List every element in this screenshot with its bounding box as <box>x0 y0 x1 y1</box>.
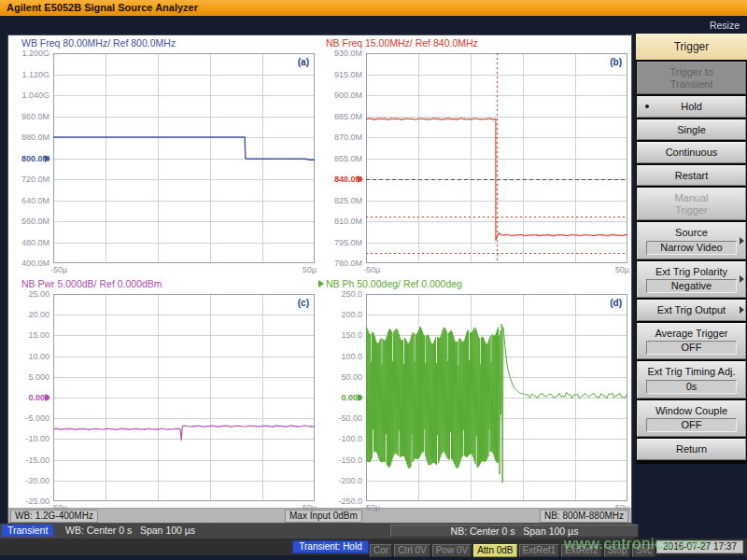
y-tick-label: 15.00 <box>3 330 49 340</box>
submenu-arrow-icon <box>740 237 744 245</box>
y-tick-label: 825.0M <box>316 196 362 205</box>
softkey-source[interactable]: SourceNarrow Video <box>637 222 746 259</box>
plot-grid-a <box>53 53 315 263</box>
x-axis-label-right: 50µ <box>283 503 317 512</box>
softkey-return[interactable]: Return <box>637 439 746 460</box>
window-title: Agilent E5052B Signal Source Analyzer <box>7 2 198 13</box>
y-tick-label: 885.0M <box>316 112 362 121</box>
active-trace-marker-icon <box>318 280 324 287</box>
softkey-ext-trig-polarity[interactable]: Ext Trig PolarityNegative <box>637 261 746 299</box>
y-tick-label: -50.00 <box>316 413 362 423</box>
y-tick-label: 795.0M <box>316 238 362 247</box>
softkey-label: Trigger to <box>640 66 743 78</box>
y-tick-label: 1.120G <box>3 70 49 79</box>
y-tick-label: -100.0 <box>316 434 362 443</box>
ref-marker-icon <box>358 394 363 401</box>
range-status-bar: WB: 1.2G-400MHz Max Input 0dBm NB: 800M-… <box>8 508 631 523</box>
x-axis-label-right: 50µ <box>596 265 629 274</box>
softkey-label: Trigger <box>640 204 743 217</box>
y-tick-label: 400.0M <box>3 259 49 268</box>
status-indicators: CorCtrl 0VPow 0VAttn 0dBExtRef1ExtRef2St… <box>370 540 657 557</box>
transient-mode-badge: Transient <box>2 525 53 537</box>
y-tick-label: -150.0 <box>316 455 362 465</box>
window-titlebar: Agilent E5052B Signal Source Analyzer <box>0 0 747 16</box>
plot-title-text: NB Pwr 5.000dB/ Ref 0.000dBm <box>21 278 162 289</box>
ref-level-label: 800.0M <box>3 154 49 163</box>
plot-title-text: WB Freq 80.00MHz/ Ref 800.0MHz <box>21 37 176 49</box>
y-tick-label: 1.200G <box>3 49 49 58</box>
x-axis-label-left: -50µ <box>363 503 380 512</box>
y-tick-label: 560.0M <box>3 217 49 226</box>
submenu-arrow-icon <box>740 275 744 283</box>
x-axis-label-right: 50µ <box>283 265 317 274</box>
plot-title-b: NB Freq 15.00MHz/ Ref 840.0MHz <box>326 37 478 49</box>
softkey-value: Negative <box>646 279 737 293</box>
softkey-label: Hold <box>640 101 743 113</box>
softkey-hold[interactable]: Hold <box>637 96 746 118</box>
softkey-continuous[interactable]: Continuous <box>637 142 746 163</box>
softkey-label: Ext Trig Timing Adj. <box>640 366 743 378</box>
softkey-value: OFF <box>646 341 737 355</box>
plot-title-text: NB Ph 50.00deg/ Ref 0.000deg <box>326 278 462 289</box>
softkey-ext-trig-output[interactable]: Ext Trig Output <box>637 300 746 321</box>
x-axis-label-right: 50µ <box>596 503 629 512</box>
y-tick-label: 870.0M <box>316 133 362 142</box>
y-tick-label: 780.0M <box>316 259 362 268</box>
y-tick-label: 5.000 <box>3 372 49 382</box>
y-tick-label: -250.0 <box>316 497 362 506</box>
plot-grid-d <box>366 294 627 501</box>
y-tick-label: -25.00 <box>3 497 49 506</box>
ref-level-label: 0.000 <box>3 393 49 402</box>
y-tick-label: 720.0M <box>3 175 49 184</box>
measurement-panel: WB: 1.2G-400MHz Max Input 0dBm NB: 800M-… <box>7 35 632 524</box>
softkey-items: Trigger toTransientHoldSingleContinuousR… <box>636 62 747 460</box>
plot-title-text: NB Freq 15.00MHz/ Ref 840.0MHz <box>326 37 478 49</box>
softkey-restart[interactable]: Restart <box>637 165 746 187</box>
y-tick-label: 810.0M <box>316 217 362 226</box>
y-tick-label: -200.0 <box>316 476 362 485</box>
ref-level-label: 840.0M <box>316 175 362 184</box>
indicator-attn-0db: Attn 0dB <box>473 544 516 557</box>
softkey-ext-trig-timing-adj[interactable]: Ext Trig Timing Adj.0s <box>637 361 746 399</box>
plot-title-a: WB Freq 80.00MHz/ Ref 800.0MHz <box>21 37 176 49</box>
y-tick-label: 915.0M <box>316 70 362 79</box>
indicator-extref1: ExtRef1 <box>519 544 560 557</box>
y-tick-label: 855.0M <box>316 154 362 163</box>
y-tick-label: 480.0M <box>3 238 49 247</box>
sweep-bar: Transient WB: Center 0 s Span 100 µs NB:… <box>0 524 635 539</box>
wb-sweep-label: WB: Center 0 s Span 100 µs <box>65 525 195 537</box>
y-tick-label: 50.00 <box>316 372 362 382</box>
softkey-average-trigger[interactable]: Average TriggerOFF <box>637 323 746 360</box>
y-tick-label: 960.0M <box>3 112 49 121</box>
instrument-status-bar: Transient: Hold CorCtrl 0VPow 0VAttn 0dB… <box>0 539 747 555</box>
trace-c <box>53 426 315 441</box>
y-tick-label: -5.000 <box>3 413 49 423</box>
softkey-label: Average Trigger <box>640 328 743 340</box>
plot-title-d: NB Ph 50.00deg/ Ref 0.000deg <box>318 278 462 289</box>
indicator-pow-0v: Pow 0V <box>432 544 472 557</box>
softkey-label: Ext Trig Polarity <box>640 266 743 278</box>
y-tick-label: 640.0M <box>3 196 49 205</box>
softkey-value: OFF <box>646 418 737 432</box>
y-tick-label: 25.00 <box>3 289 49 299</box>
trace-d <box>366 324 627 483</box>
y-tick-label: 1.040G <box>3 91 49 100</box>
resize-button[interactable]: Resize <box>710 20 740 31</box>
y-tick-label: 100.0 <box>316 352 362 361</box>
y-tick-label: 250.0 <box>316 289 362 299</box>
softkey-label: Ext Trig Output <box>640 304 743 316</box>
indicator-stop: Stop <box>604 544 631 557</box>
softkey-label: Manual <box>640 192 743 204</box>
x-axis-label-left: -50µ <box>363 265 380 274</box>
clock-label: 2016-07-27 17:37 <box>656 540 743 553</box>
submenu-arrow-icon <box>740 306 744 314</box>
ref-level-label: 0.000 <box>316 393 362 402</box>
y-tick-label: 10.00 <box>3 352 49 361</box>
nb-sweep-label: NB: Center 0 s Span 100 µs <box>390 525 639 538</box>
indicator-ctrl-0v: Ctrl 0V <box>394 544 430 557</box>
softkey-single[interactable]: Single <box>637 119 746 141</box>
ref-marker-icon <box>358 175 363 183</box>
y-tick-label: 930.0M <box>316 49 362 58</box>
y-tick-label: -15.00 <box>3 455 49 465</box>
softkey-window-couple[interactable]: Window CoupleOFF <box>637 400 746 438</box>
